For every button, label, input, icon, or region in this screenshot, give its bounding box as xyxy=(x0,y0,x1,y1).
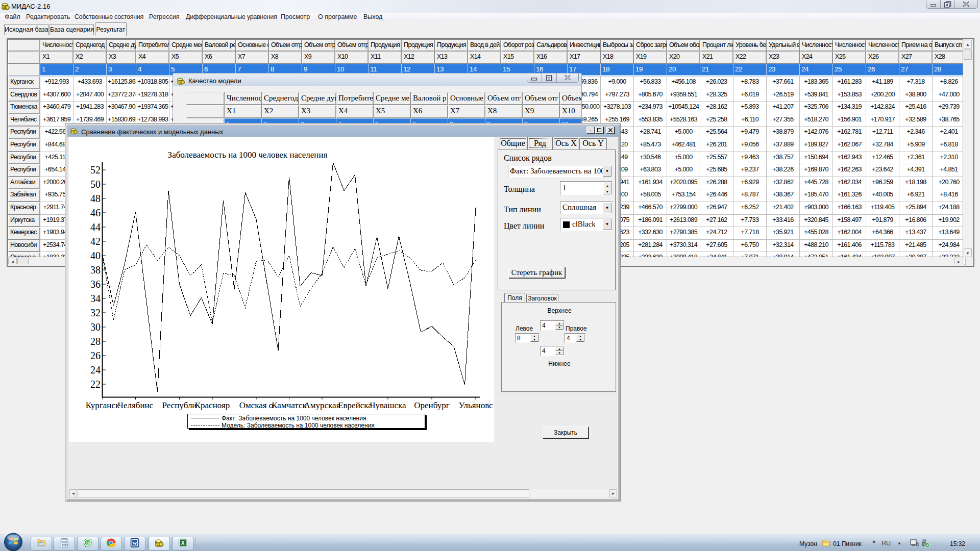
svg-text:Курганск: Курганск xyxy=(86,400,120,410)
svg-text:36: 36 xyxy=(90,279,101,290)
svg-text:Краснояр: Краснояр xyxy=(195,400,230,410)
svg-text:52: 52 xyxy=(90,164,101,176)
svg-text:22: 22 xyxy=(90,379,101,390)
svg-text:W: W xyxy=(133,540,137,545)
svg-text:38: 38 xyxy=(90,264,101,276)
svg-text:Челябинс: Челябинс xyxy=(118,400,154,410)
svg-text:34: 34 xyxy=(90,293,101,304)
svg-text:42: 42 xyxy=(90,236,101,247)
svg-text:Ульяновс: Ульяновс xyxy=(458,400,493,410)
svg-text:30: 30 xyxy=(90,321,101,333)
svg-text:Оренбург: Оренбург xyxy=(414,400,449,410)
svg-text:Чувашска: Чувашска xyxy=(370,400,406,410)
svg-text:48: 48 xyxy=(90,193,101,204)
svg-text:X: X xyxy=(181,540,185,545)
svg-text:40: 40 xyxy=(90,250,101,261)
svg-text:50: 50 xyxy=(90,179,101,190)
svg-text:44: 44 xyxy=(90,221,101,233)
svg-text:Омская о: Омская о xyxy=(239,400,274,410)
svg-text:24: 24 xyxy=(90,364,101,375)
svg-text:32: 32 xyxy=(90,307,101,318)
svg-text:Амурская: Амурская xyxy=(304,400,340,410)
svg-text:28: 28 xyxy=(90,336,101,347)
svg-text:Республи: Республи xyxy=(162,400,197,410)
svg-text:46: 46 xyxy=(90,207,101,218)
svg-text:Заболеваемость на 1000 человек: Заболеваемость на 1000 человек населения xyxy=(168,150,328,160)
svg-text:@: @ xyxy=(85,540,90,545)
svg-text:Камчатск: Камчатск xyxy=(272,400,307,410)
svg-text:Еврейска: Еврейска xyxy=(338,400,372,410)
svg-text:26: 26 xyxy=(90,350,101,361)
